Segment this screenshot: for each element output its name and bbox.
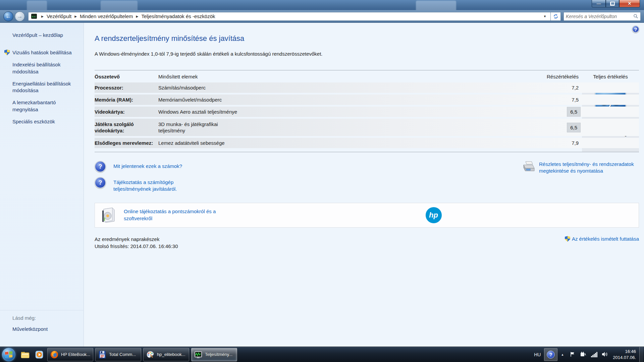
col-header-subscore: Részértékelés [532, 74, 582, 79]
col-header-total: Teljes értékelés [582, 74, 639, 79]
subscore-cell: 7,2 [532, 85, 582, 90]
taskbar-window-hp-elitebook[interactable]: HP EliteBook... [47, 348, 93, 361]
question-mark-icon: ? [95, 177, 106, 188]
address-bar[interactable]: ▶ Vezérlőpult ▶ Minden vezérlőpultelem ▶… [28, 12, 551, 21]
sidebar-item-control-panel-home[interactable]: Vezérlőpult – kezdőlap [12, 32, 79, 38]
forward-button[interactable]: → [15, 11, 25, 21]
breadcrumb-performance-tools[interactable]: Teljesítményadatok és -eszközök [141, 13, 215, 19]
component-cell: Videokártya: [95, 109, 158, 115]
help-button[interactable]: ? [632, 25, 639, 33]
subscore-cell-lowest: 6,5 [567, 123, 581, 132]
software-box-icon [101, 207, 116, 223]
folder-icon [20, 351, 30, 359]
tray-help-button[interactable]: ? [544, 348, 557, 361]
sidebar-item-label: A lemezkarbantartó megnyitása [12, 100, 56, 112]
printer-icon [522, 161, 535, 173]
print-details-link[interactable]: Részletes teljesítmény- és rendszeradato… [539, 161, 636, 175]
paint-palette-icon [146, 350, 155, 359]
sidebar-item-advanced-tools[interactable]: Speciális eszközök [12, 118, 79, 125]
power-plug-icon[interactable] [579, 350, 587, 360]
component-cell: Játékra szolgáló videokártya: [95, 121, 158, 134]
rated-cell: Windows Aero asztali teljesítménye [158, 109, 532, 115]
sidebar-item-disk-cleanup[interactable]: A lemezkarbantartó megnyitása [12, 99, 79, 113]
sidebar-item-visual-effects[interactable]: Vizuális hatások beállítása [12, 49, 79, 56]
window-titlebar: — ✕ [0, 0, 644, 10]
total-commander-icon [98, 350, 107, 359]
performance-monitor-icon [194, 350, 203, 359]
refresh-button[interactable] [551, 12, 561, 21]
clock-date: 2014.07.06. [613, 355, 636, 361]
rated-cell: Memóriaművelet/másodperc [158, 97, 532, 103]
sidebar-item-indexing-options[interactable]: Indexelési beállítások módosítása [12, 61, 79, 75]
address-dropdown-icon[interactable]: ▼ [541, 15, 549, 18]
taskbar: HP EliteBook... Total Comm... [0, 347, 644, 362]
subscore-cell: 7,9 [532, 140, 582, 146]
firefox-icon [50, 350, 59, 359]
table-row: Elsődleges merevlemez: Lemez adatátvitel… [95, 138, 639, 148]
language-indicator[interactable]: HU [531, 352, 544, 357]
uac-shield-icon [4, 50, 10, 55]
breadcrumb-separator: ▶ [38, 15, 47, 18]
rerun-assessment-link[interactable]: Az értékelés ismételt futtatása [572, 236, 639, 242]
taskbar-window-total-commander[interactable]: Total Comm... [95, 348, 141, 361]
hp-logo: hp [426, 207, 442, 223]
start-button[interactable] [2, 348, 15, 361]
breadcrumb-control-panel[interactable]: Vezérlőpult [47, 13, 71, 19]
restore-button[interactable] [606, 0, 619, 7]
breadcrumb-separator: ▶ [133, 15, 141, 18]
taskbar-window-label: hp_elitebook... [157, 352, 185, 357]
col-header-component: Összetevő [95, 74, 158, 79]
print-details-block: Részletes teljesítmény- és rendszeradato… [522, 161, 639, 197]
volume-speaker-icon[interactable] [601, 350, 609, 360]
links-zone: ? Mit jelentenek ezek a számok? ? Tájéko… [95, 161, 639, 197]
help-link-row: ? Tájékoztatás a számítógép teljesítmény… [95, 177, 522, 193]
taskbar-window-performance[interactable]: Teljesítmény... [191, 348, 237, 361]
network-signal-icon[interactable] [590, 350, 598, 360]
last-update: Utolsó frissítés: 2014.07.06. 16:46:30 [95, 243, 565, 250]
sidebar-item-action-center[interactable]: Műveletközpont [12, 326, 79, 332]
help-links: ? Mit jelentenek ezek a számok? ? Tájéko… [95, 161, 522, 197]
explorer-pinned-button[interactable] [18, 348, 32, 361]
what-numbers-mean-link[interactable]: Mit jelentenek ezek a számok? [113, 161, 182, 170]
breadcrumb-all-items[interactable]: Minden vezérlőpultelem [80, 13, 133, 19]
rated-cell: 3D munka- és játékgrafikai teljesítmény [158, 121, 230, 134]
close-button[interactable]: ✕ [619, 0, 640, 7]
sidebar-item-label: Indexelési beállítások módosítása [12, 62, 60, 74]
component-cell: Processzor: [95, 84, 158, 91]
page-title: A rendszerteljesítmény minősítése és jav… [95, 34, 639, 43]
col-header-rated: Minősített elemek [158, 74, 532, 79]
restore-icon [610, 2, 614, 5]
subscore-cell: 7,5 [532, 97, 582, 103]
action-center-flag-icon[interactable] [569, 350, 577, 360]
status-row: Az eredmények naprakészek Utolsó frissít… [95, 236, 639, 250]
improve-performance-link[interactable]: Tájékoztatás a számítógép teljesítményén… [113, 177, 204, 193]
show-desktop-button[interactable] [639, 347, 643, 362]
search-input[interactable] [566, 14, 633, 19]
taskbar-window-paint[interactable]: hp_elitebook... [143, 348, 189, 361]
windows-flag-icon [2, 347, 15, 362]
taskbar-window-label: Teljesítmény... [205, 352, 232, 357]
main-pane: A rendszerteljesítmény minősítése és jav… [84, 23, 644, 347]
online-info-box: Online tájékoztatás a pontszámokról és a… [95, 203, 639, 228]
show-hidden-icons-button[interactable]: ▲ [557, 353, 567, 356]
table-row: Processzor: Számítás/másodperc 7,2 [95, 82, 639, 93]
taskbar-window-label: Total Comm... [109, 352, 136, 357]
window-content: ? Vezérlőpult – kezdőlap Vizuális hatáso… [0, 23, 644, 347]
breadcrumb-separator: ▶ [71, 15, 80, 18]
search-box[interactable] [564, 12, 641, 21]
rated-cell: Lemez adatátviteli sebessége [158, 140, 532, 146]
table-body: 6,5 A legalacsonyabb részpontszám határo… [95, 82, 639, 152]
sidebar-item-power-settings[interactable]: Energiaellátási beállítások módosítása [12, 80, 79, 94]
caption-buttons: — ✕ [592, 0, 640, 7]
online-info-link[interactable]: Online tájékoztatás a pontszámokról és a… [124, 208, 234, 222]
table-header-row: Összetevő Minősített elemek Részértékelé… [95, 70, 639, 82]
minimize-button[interactable]: — [592, 0, 606, 7]
search-icon [633, 14, 638, 19]
back-button[interactable]: ← [3, 11, 13, 21]
taskbar-clock[interactable]: 16:46 2014.07.06. [610, 349, 639, 360]
media-player-pinned-button[interactable] [32, 348, 46, 361]
rerun-assessment[interactable]: Az értékelés ismételt futtatása [565, 236, 639, 242]
page-subtitle: A Windows-élményindex 1,0-tól 7,9-ig ter… [95, 51, 639, 57]
sidebar-item-label: Vizuális hatások beállítása [12, 50, 72, 55]
media-player-icon [35, 350, 44, 359]
